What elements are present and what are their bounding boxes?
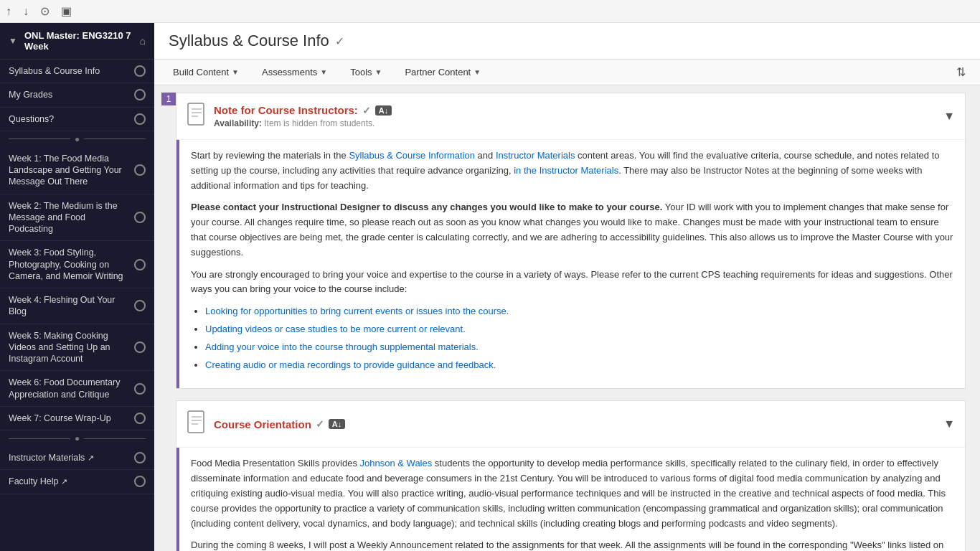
body-para-2-0: Food Media Presentation Skills provides … — [191, 456, 953, 531]
sidebar-item-grades[interactable]: My Grades — [0, 83, 154, 107]
content-item-availability-1: Availability: Item is hidden from studen… — [214, 118, 936, 128]
grid-icon[interactable]: ▣ — [61, 4, 72, 18]
title-badge-1: A↓ — [375, 105, 392, 116]
tools-chevron: ▼ — [375, 68, 382, 76]
partner-content-label: Partner Content — [405, 67, 471, 77]
content-item-box-1: Note for Course Instructors: ✓ A↓ Availa… — [176, 93, 966, 389]
sidebar-separator-1: ● — [0, 131, 154, 147]
sidebar-dot-icon — [134, 342, 146, 353]
bullet-1-2: Adding your voice into the course throug… — [205, 340, 953, 355]
content-item-header-2: Course Orientation ✓ A↓ ▼ — [176, 401, 965, 448]
sidebar-header[interactable]: ▼ ONL Master: ENG3210 7 Week ⌂ — [0, 23, 154, 60]
toolbar-build-content[interactable]: Build Content ▼ — [169, 64, 243, 80]
refresh-icon[interactable]: ⊙ — [40, 4, 50, 18]
content-scroll: 1 Note for C — [154, 85, 980, 551]
sidebar-dot-icon — [134, 383, 146, 395]
content-item-header-1: Note for Course Instructors: ✓ A↓ Availa… — [176, 93, 965, 140]
sidebar-item-syllabus[interactable]: Syllabus & Course Info — [0, 60, 154, 83]
sidebar-item-week5[interactable]: Week 5: Making Cooking Videos and Settin… — [0, 324, 154, 372]
content-item-body-1: Start by reviewing the materials in the … — [176, 140, 965, 388]
content-item-bullets-1: Looking for opportunities to bring curre… — [205, 304, 953, 372]
upload-icon[interactable]: ↑ — [6, 5, 11, 18]
title-check-2: ✓ — [316, 418, 324, 430]
sidebar-item-label: Faculty Help ↗ — [9, 476, 130, 487]
sidebar-item-week7[interactable]: Week 7: Course Wrap-Up — [0, 407, 154, 430]
title-badge-2: A↓ — [329, 419, 345, 429]
sidebar-item-label: Week 1: The Food Media Landscape and Get… — [9, 153, 130, 188]
sidebar-dot-icon — [134, 89, 146, 100]
content-item-chevron-1[interactable]: ▼ — [943, 110, 955, 123]
sidebar-dot-icon — [134, 259, 146, 270]
main-container: ▼ ONL Master: ENG3210 7 Week ⌂ Syllabus … — [0, 23, 980, 551]
toolbar-assessments[interactable]: Assessments ▼ — [258, 64, 331, 80]
content-item-body-2: Food Media Presentation Skills provides … — [176, 448, 965, 551]
sidebar-item-week3[interactable]: Week 3: Food Styling, Photography, Cooki… — [0, 241, 154, 288]
content-item-chevron-2[interactable]: ▼ — [943, 418, 955, 430]
sidebar-item-label: Syllabus & Course Info — [9, 65, 130, 77]
page-title: Syllabus & Course Info ✓ — [169, 32, 966, 50]
title-check-1: ✓ — [362, 105, 371, 116]
sidebar-dot-icon — [134, 113, 146, 125]
sidebar: ▼ ONL Master: ENG3210 7 Week ⌂ Syllabus … — [0, 23, 154, 551]
sidebar-item-questions[interactable]: Questions? — [0, 108, 154, 131]
bullet-1-0: Looking for opportunities to bring curre… — [205, 304, 953, 319]
content-item-1: 1 Note for C — [176, 93, 966, 389]
sidebar-item-week2[interactable]: Week 2: The Medium is the Message and Fo… — [0, 194, 154, 242]
sidebar-home-icon[interactable]: ⌂ — [140, 35, 146, 47]
content-item-box-2: Course Orientation ✓ A↓ ▼ Food Media Pre… — [176, 400, 966, 551]
document-icon-2 — [187, 410, 207, 438]
sidebar-item-label: Week 4: Fleshing Out Your Blog — [9, 294, 130, 318]
item-title-text-2: Course Orientation — [214, 418, 311, 430]
toolbar-partner-content[interactable]: Partner Content ▼ — [400, 64, 485, 80]
body-para-1-0: Start by reviewing the materials in the … — [191, 149, 953, 193]
sidebar-dot-icon — [134, 300, 146, 311]
content-item-2: Course Orientation ✓ A↓ ▼ Food Media Pre… — [176, 400, 966, 551]
title-check-icon: ✓ — [335, 34, 344, 48]
assessments-chevron: ▼ — [320, 68, 327, 76]
sidebar-item-label: Week 5: Making Cooking Videos and Settin… — [9, 330, 130, 365]
page-title-text: Syllabus & Course Info — [169, 32, 329, 50]
content-area: Syllabus & Course Info ✓ Build Content ▼… — [154, 23, 980, 551]
sidebar-dot-icon — [134, 65, 146, 77]
body-para-1-1: Please contact your Instructional Design… — [191, 200, 953, 260]
assessments-label: Assessments — [262, 67, 317, 77]
sidebar-item-label: Week 6: Food Documentary Appreciation an… — [9, 377, 130, 400]
sidebar-dot-icon — [134, 452, 146, 463]
sidebar-item-label: Questions? — [9, 113, 130, 125]
content-header: Syllabus & Course Info ✓ — [154, 23, 980, 60]
sidebar-item-week6[interactable]: Week 6: Food Documentary Appreciation an… — [0, 371, 154, 407]
toolbar-tools[interactable]: Tools ▼ — [346, 64, 386, 80]
sidebar-chevron-icon: ▼ — [9, 36, 17, 46]
sidebar-item-week4[interactable]: Week 4: Fleshing Out Your Blog — [0, 288, 154, 324]
document-icon-1 — [187, 102, 207, 131]
content-item-title-area-1: Note for Course Instructors: ✓ A↓ Availa… — [214, 104, 936, 128]
sidebar-item-label: Week 3: Food Styling, Photography, Cooki… — [9, 247, 130, 282]
sidebar-item-faculty-help[interactable]: Faculty Help ↗ — [0, 470, 154, 494]
sidebar-dot-icon — [134, 212, 146, 223]
item-title-text-1: Note for Course Instructors: — [214, 104, 358, 116]
sidebar-dot-icon — [134, 413, 146, 424]
sidebar-item-week1[interactable]: Week 1: The Food Media Landscape and Get… — [0, 147, 154, 194]
sidebar-separator-2: ● — [0, 430, 154, 446]
body-para-1-2: You are strongly encouraged to bring you… — [191, 268, 953, 298]
partner-content-chevron: ▼ — [473, 68, 481, 76]
content-item-title-2: Course Orientation ✓ A↓ — [214, 418, 936, 430]
toolbar: Build Content ▼ Assessments ▼ Tools ▼ Pa… — [154, 60, 980, 85]
download-icon[interactable]: ↓ — [23, 5, 29, 18]
svg-rect-4 — [188, 411, 204, 433]
sidebar-item-label: Week 2: The Medium is the Message and Fo… — [9, 200, 130, 235]
sidebar-item-instructor-materials[interactable]: Instructor Materials ↗ — [0, 446, 154, 470]
tools-label: Tools — [350, 67, 372, 77]
sort-icon[interactable]: ⇅ — [956, 65, 966, 79]
sidebar-item-label: Week 7: Course Wrap-Up — [9, 413, 130, 424]
bullet-1-1: Updating videos or case studies to be mo… — [205, 322, 953, 337]
item-number-1: 1 — [161, 93, 176, 105]
top-bar: ↑ ↓ ⊙ ▣ — [0, 0, 980, 23]
build-content-chevron: ▼ — [232, 68, 239, 76]
sidebar-course-name: ONL Master: ENG3210 7 Week — [24, 30, 136, 52]
sidebar-item-label: My Grades — [9, 89, 130, 100]
bullet-1-3: Creating audio or media recordings to pr… — [205, 358, 953, 373]
build-content-label: Build Content — [173, 67, 229, 77]
sidebar-item-label: Instructor Materials ↗ — [9, 452, 130, 463]
svg-rect-0 — [188, 103, 204, 125]
